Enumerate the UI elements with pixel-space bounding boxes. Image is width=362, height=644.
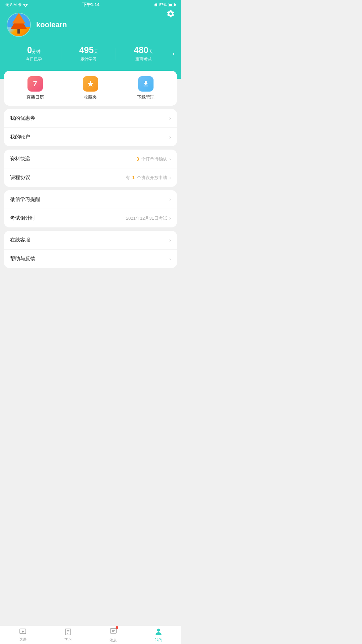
gear-icon <box>166 9 175 18</box>
coupon-account-card: 我的优惠券 › 我的账户 › <box>4 109 177 146</box>
stat-total-label: 累计学习 <box>61 56 116 62</box>
favorites-label: 收藏夹 <box>84 94 97 100</box>
menu-wechat-label: 微信学习提醒 <box>10 196 40 203</box>
agreement-pre: 有 <box>126 175 130 181</box>
stat-total-unit: 天 <box>94 49 98 54</box>
favorites-icon <box>83 76 98 92</box>
live-calendar-label: 直播日历 <box>26 94 44 100</box>
menu-exam-right: 2021年12月31日考试 › <box>126 215 171 221</box>
agreement-num: 1 <box>132 175 134 180</box>
menu-account-right: › <box>169 134 171 140</box>
express-badge-text: 个订单待确认 <box>141 156 167 162</box>
profile-header: koolearn 0分钟 今日已学 495天 累计学习 480天 距离考试 › <box>0 9 181 79</box>
main-content: 7 直播日历 收藏夹 下载管理 <box>0 71 181 291</box>
status-bar: 无 SIM 卡 下午1:14 57% <box>0 0 181 9</box>
menu-coupon[interactable]: 我的优惠券 › <box>4 109 177 127</box>
stat-exam: 480天 距离考试 <box>116 45 170 62</box>
stat-today: 0分钟 今日已学 <box>7 45 61 62</box>
express-agreement-card: 资料快递 3 个订单待确认 › 课程协议 有 1 个协议开放申请 › <box>4 150 177 187</box>
battery-percent: 57% <box>159 3 167 7</box>
menu-coupon-label: 我的优惠券 <box>10 115 35 121</box>
download-label: 下载管理 <box>137 94 155 100</box>
username: koolearn <box>36 20 67 29</box>
stat-exam-unit: 天 <box>148 49 153 54</box>
lock-icon <box>154 3 158 7</box>
menu-help-label: 帮助与反馈 <box>10 256 35 262</box>
stat-exam-label: 距离考试 <box>116 56 170 62</box>
help-chevron: › <box>169 256 171 262</box>
agreement-post: 个协议开放申请 <box>137 175 167 181</box>
express-chevron: › <box>169 156 171 162</box>
stat-total-value: 495 <box>79 45 94 55</box>
menu-express[interactable]: 资料快递 3 个订单待确认 › <box>4 150 177 168</box>
menu-express-right: 3 个订单待确认 › <box>136 156 171 162</box>
menu-service-label: 在线客服 <box>10 237 30 243</box>
support-card: 在线客服 › 帮助与反馈 › <box>4 231 177 268</box>
menu-account-label: 我的账户 <box>10 134 30 140</box>
status-time: 下午1:14 <box>82 2 100 8</box>
menu-exam-countdown[interactable]: 考试倒计时 2021年12月31日考试 › <box>4 209 177 227</box>
status-right: 57% <box>154 3 176 7</box>
live-calendar-icon: 7 <box>27 76 43 92</box>
menu-help-right: › <box>169 256 171 262</box>
menu-agreement-right: 有 1 个协议开放申请 › <box>126 175 171 181</box>
stat-total: 495天 累计学习 <box>61 45 116 62</box>
menu-service-right: › <box>169 237 171 243</box>
download-icon <box>138 76 154 92</box>
action-favorites[interactable]: 收藏夹 <box>63 76 118 100</box>
stats-chevron[interactable]: › <box>171 51 174 57</box>
stat-today-unit: 分钟 <box>32 49 41 54</box>
battery-icon <box>168 3 176 6</box>
menu-wechat-right: › <box>169 197 171 203</box>
profile-row: koolearn <box>7 13 174 37</box>
exam-date: 2021年12月31日考试 <box>126 215 167 221</box>
wifi-icon <box>23 3 28 7</box>
action-download[interactable]: 下载管理 <box>118 76 174 100</box>
agreement-chevron: › <box>169 175 171 181</box>
settings-button[interactable] <box>166 9 175 19</box>
menu-agreement-label: 课程协议 <box>10 174 30 181</box>
status-left: 无 SIM 卡 <box>5 2 28 7</box>
menu-wechat-reminder[interactable]: 微信学习提醒 › <box>4 190 177 209</box>
menu-exam-label: 考试倒计时 <box>10 215 35 221</box>
menu-account[interactable]: 我的账户 › <box>4 127 177 146</box>
account-chevron: › <box>169 134 171 140</box>
menu-express-label: 资料快递 <box>10 156 30 162</box>
exam-chevron: › <box>169 215 171 221</box>
stats-row: 0分钟 今日已学 495天 累计学习 480天 距离考试 › <box>7 45 174 62</box>
menu-customer-service[interactable]: 在线客服 › <box>4 231 177 249</box>
menu-agreement[interactable]: 课程协议 有 1 个协议开放申请 › <box>4 168 177 187</box>
stat-today-value: 0 <box>27 45 32 55</box>
menu-coupon-right: › <box>169 115 171 121</box>
action-live-calendar[interactable]: 7 直播日历 <box>7 76 63 100</box>
stat-exam-value: 480 <box>134 45 148 55</box>
coupon-chevron: › <box>169 115 171 121</box>
quick-actions-card: 7 直播日历 收藏夹 下载管理 <box>4 71 177 106</box>
menu-help-feedback[interactable]: 帮助与反馈 › <box>4 249 177 268</box>
sim-status: 无 SIM 卡 <box>5 2 21 7</box>
avatar[interactable] <box>7 13 31 37</box>
stat-today-label: 今日已学 <box>7 56 61 62</box>
service-chevron: › <box>169 237 171 243</box>
express-badge-num: 3 <box>136 156 139 162</box>
wechat-exam-card: 微信学习提醒 › 考试倒计时 2021年12月31日考试 › <box>4 190 177 227</box>
wechat-chevron: › <box>169 197 171 203</box>
quick-actions: 7 直播日历 收藏夹 下载管理 <box>4 71 177 106</box>
